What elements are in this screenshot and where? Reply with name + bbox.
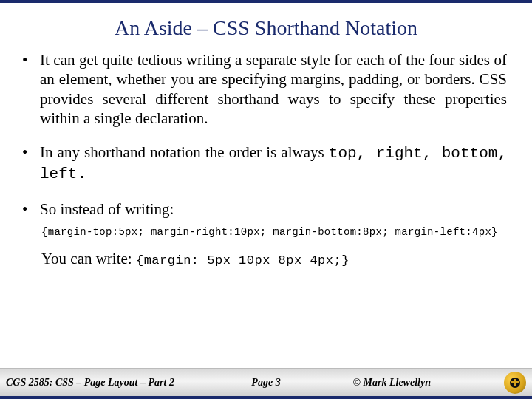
- slide-title: An Aside – CSS Shorthand Notation: [0, 16, 532, 40]
- bullet-3-text: So instead of writing:: [40, 200, 507, 219]
- footer-page: Page 3: [251, 377, 280, 389]
- bullet-2-pre: In any shorthand notation the order is a…: [40, 143, 329, 161]
- code-long: {margin-top:5px; margin-right:10px; marg…: [41, 226, 507, 239]
- bullet-1: • It can get quite tedious writing a sep…: [22, 50, 507, 128]
- ucf-logo-icon: [504, 372, 526, 394]
- bullet-1-text: It can get quite tedious writing a separ…: [40, 50, 507, 128]
- slide-content: • It can get quite tedious writing a sep…: [0, 50, 532, 368]
- after-text: You can write: {margin: 5px 10px 8px 4px…: [41, 249, 507, 268]
- bullet-dot: •: [22, 50, 40, 128]
- footer-author: © Mark Llewellyn: [309, 377, 431, 389]
- bullet-dot: •: [22, 143, 40, 185]
- bullet-dot: •: [22, 200, 40, 219]
- footer-left: CGS 2585: CSS – Page Layout – Part 2: [0, 377, 174, 389]
- slide-footer: CGS 2585: CSS – Page Layout – Part 2 Pag…: [0, 368, 532, 396]
- bullet-2: • In any shorthand notation the order is…: [22, 143, 507, 185]
- slide: An Aside – CSS Shorthand Notation • It c…: [0, 0, 532, 399]
- bullet-3: • So instead of writing:: [22, 200, 507, 219]
- bullet-2-text: In any shorthand notation the order is a…: [40, 143, 507, 185]
- after-pre: You can write:: [41, 250, 136, 267]
- after-code: {margin: 5px 10px 8px 4px;}: [136, 253, 349, 267]
